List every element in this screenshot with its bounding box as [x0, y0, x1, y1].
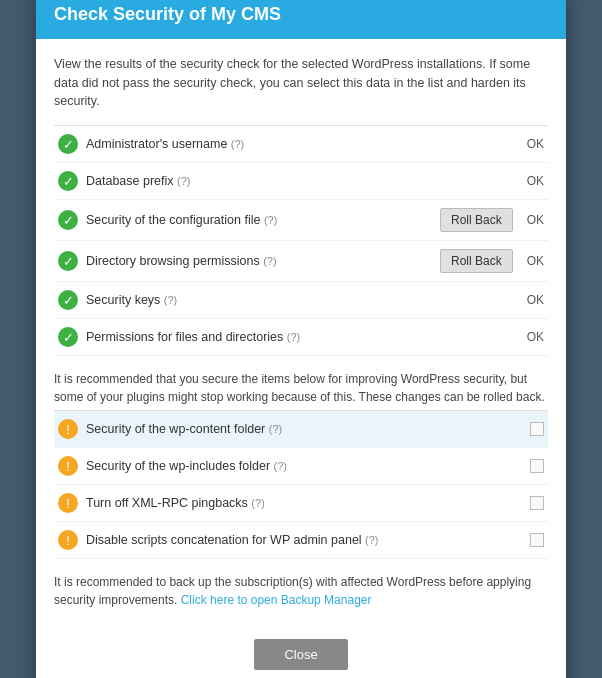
- ok-check-item-db-prefix: ✓Database prefix (?)OK: [54, 163, 548, 200]
- check-label-config-file: Security of the configuration file (?): [86, 213, 440, 227]
- warn-check-item-wp-includes: !Security of the wp-includes folder (?): [54, 448, 548, 485]
- check-status-db-prefix: OK: [527, 174, 544, 188]
- check-status-security-keys: OK: [527, 293, 544, 307]
- check-label-security-keys: Security keys (?): [86, 293, 519, 307]
- check-label-dir-browsing: Directory browsing permissions (?): [86, 254, 440, 268]
- warn-icon-xmlrpc: !: [58, 493, 78, 513]
- close-button[interactable]: Close: [254, 639, 347, 670]
- check-hint: (?): [164, 294, 177, 306]
- warn-check-item-xmlrpc: !Turn off XML-RPC pingbacks (?): [54, 485, 548, 522]
- ok-check-item-security-keys: ✓Security keys (?)OK: [54, 282, 548, 319]
- check-ok-icon: ✓: [58, 327, 78, 347]
- ok-check-item-config-file: ✓Security of the configuration file (?)R…: [54, 200, 548, 241]
- warn-checkbox-scripts-concat[interactable]: [530, 533, 544, 547]
- check-ok-icon: ✓: [58, 134, 78, 154]
- check-label-file-perms: Permissions for files and directories (?…: [86, 330, 519, 344]
- intro-text: View the results of the security check f…: [54, 55, 548, 111]
- check-hint: (?): [231, 138, 244, 150]
- check-hint: (?): [263, 255, 276, 267]
- check-ok-icon: ✓: [58, 210, 78, 230]
- warn-label-wp-content: Security of the wp-content folder (?): [86, 422, 522, 436]
- check-ok-icon: ✓: [58, 251, 78, 271]
- warn-label-scripts-concat: Disable scripts concatenation for WP adm…: [86, 533, 522, 547]
- check-label-admin-username: Administrator's username (?): [86, 137, 519, 151]
- warn-check-item-wp-content: !Security of the wp-content folder (?): [54, 411, 548, 448]
- ok-check-item-dir-browsing: ✓Directory browsing permissions (?)Roll …: [54, 241, 548, 282]
- modal-footer: Close: [36, 625, 566, 678]
- modal-body: View the results of the security check f…: [36, 39, 566, 625]
- backup-manager-link[interactable]: Click here to open Backup Manager: [181, 593, 372, 607]
- warn-checkbox-wp-includes[interactable]: [530, 459, 544, 473]
- ok-check-list: ✓Administrator's username (?)OK✓Database…: [54, 125, 548, 356]
- check-status-dir-browsing: OK: [527, 254, 544, 268]
- warn-hint: (?): [274, 460, 287, 472]
- recommend-text: It is recommended that you secure the it…: [54, 370, 548, 406]
- warn-check-list: !Security of the wp-content folder (?)!S…: [54, 410, 548, 559]
- warn-label-wp-includes: Security of the wp-includes folder (?): [86, 459, 522, 473]
- modal-header: Check Security of My CMS: [36, 0, 566, 39]
- warn-label-xmlrpc: Turn off XML-RPC pingbacks (?): [86, 496, 522, 510]
- ok-check-item-admin-username: ✓Administrator's username (?)OK: [54, 126, 548, 163]
- check-hint: (?): [287, 331, 300, 343]
- warn-icon-wp-includes: !: [58, 456, 78, 476]
- warn-icon-scripts-concat: !: [58, 530, 78, 550]
- warn-check-item-scripts-concat: !Disable scripts concatenation for WP ad…: [54, 522, 548, 559]
- check-hint: (?): [264, 214, 277, 226]
- check-status-config-file: OK: [527, 213, 544, 227]
- warn-checkbox-wp-content[interactable]: [530, 422, 544, 436]
- warn-hint: (?): [251, 497, 264, 509]
- rollback-button-dir-browsing[interactable]: Roll Back: [440, 249, 513, 273]
- check-status-admin-username: OK: [527, 137, 544, 151]
- security-check-modal: Check Security of My CMS View the result…: [36, 0, 566, 678]
- warn-hint: (?): [365, 534, 378, 546]
- backup-text: It is recommended to back up the subscri…: [54, 573, 548, 609]
- check-status-file-perms: OK: [527, 330, 544, 344]
- check-hint: (?): [177, 175, 190, 187]
- warn-checkbox-xmlrpc[interactable]: [530, 496, 544, 510]
- ok-check-item-file-perms: ✓Permissions for files and directories (…: [54, 319, 548, 356]
- modal-title: Check Security of My CMS: [54, 4, 548, 25]
- check-label-db-prefix: Database prefix (?): [86, 174, 519, 188]
- rollback-button-config-file[interactable]: Roll Back: [440, 208, 513, 232]
- warn-icon-wp-content: !: [58, 419, 78, 439]
- check-ok-icon: ✓: [58, 290, 78, 310]
- check-ok-icon: ✓: [58, 171, 78, 191]
- warn-hint: (?): [269, 423, 282, 435]
